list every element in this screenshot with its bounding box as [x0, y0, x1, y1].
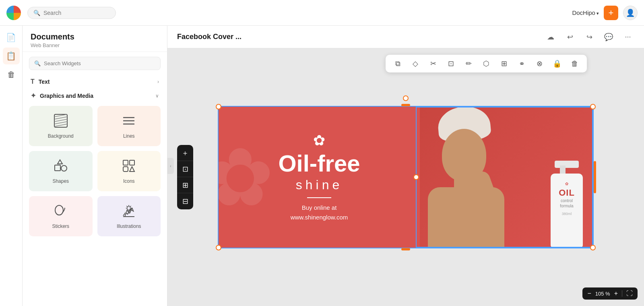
svg-rect-9 [55, 165, 60, 171]
bottle-logo-icon: ✿ [554, 182, 580, 186]
zoom-separator [622, 290, 622, 297]
document-title: Facebook Cover ... [177, 33, 242, 41]
zoom-level-display: 105 % [595, 291, 610, 297]
handle-bottom-left[interactable] [216, 245, 221, 250]
svg-line-2 [54, 117, 67, 119]
tool-link[interactable]: ⚭ [516, 58, 527, 69]
comments-button[interactable]: 💬 [602, 31, 615, 43]
section-text-label-left: T Text [31, 78, 50, 85]
illustrations-widget-label: Illustrations [117, 223, 141, 229]
rail-item-pages[interactable]: 📋 [3, 48, 20, 64]
icons-widget-label: Icons [123, 178, 135, 184]
handle-mid-bottom[interactable] [401, 248, 410, 250]
right-scroll-indicator [594, 161, 596, 193]
panel-title: Documents [31, 32, 159, 41]
stickers-widget-icon [54, 204, 68, 220]
tool-layers[interactable]: ⊗ [534, 58, 545, 69]
header-search-input[interactable] [43, 10, 108, 16]
mini-frame-button[interactable]: ⊡ [177, 161, 193, 177]
app-logo[interactable] [6, 6, 21, 20]
widget-shapes[interactable]: Shapes [29, 151, 93, 191]
canvas-area: ‹ Facebook Cover ... ☁ ↩ ↪ 💬 ··· ⧉ ◇ ✂ ⊡… [167, 26, 644, 306]
svg-point-10 [61, 165, 67, 171]
tool-delete[interactable]: 🗑 [569, 58, 580, 69]
tool-crop[interactable]: ⊡ [445, 58, 456, 69]
handle-rotate[interactable] [403, 95, 409, 101]
background-widget-icon [54, 114, 68, 130]
banner-main-title: Oil-free [278, 151, 360, 176]
widget-search-input[interactable] [44, 60, 155, 66]
bottle-body: ✿ OIL controlformula 380ml [551, 174, 583, 248]
dochipo-dropdown[interactable]: DocHipo [572, 9, 599, 16]
mini-table-button[interactable]: ⊞ [177, 177, 193, 193]
shapes-widget-label: Shapes [52, 178, 69, 184]
canvas-header: Facebook Cover ... ☁ ↩ ↪ 💬 ··· [167, 26, 644, 48]
canvas-actions: ☁ ↩ ↪ 💬 ··· [544, 31, 634, 43]
tool-lock[interactable]: 🔒 [551, 58, 563, 69]
tool-grid[interactable]: ⊞ [498, 58, 510, 69]
svg-rect-12 [123, 160, 128, 165]
banner-subtitle: shine [296, 178, 343, 192]
svg-point-16 [55, 205, 63, 215]
widget-lines[interactable]: Lines [97, 106, 161, 146]
graphics-section-chevron: ∨ [155, 93, 159, 99]
widget-search-container: 🔍 [29, 57, 161, 70]
main-area: 📄 📋 🗑 Documents Web Banner 🔍 T Text › ✦ … [0, 26, 644, 306]
section-graphics-label-left: ✦ Graphics and Media [31, 92, 93, 99]
icons-widget-icon [122, 159, 136, 175]
header-right: DocHipo + 👤 [572, 6, 638, 20]
zoom-in-button[interactable]: + [614, 290, 618, 297]
cloud-save-button[interactable]: ☁ [544, 31, 557, 43]
shapes-widget-icon [54, 159, 68, 175]
redo-button[interactable]: ↪ [583, 31, 596, 43]
lines-widget-icon [122, 114, 136, 130]
mini-qr-button[interactable]: ⊟ [177, 193, 193, 209]
rail-item-trash[interactable]: 🗑 [3, 66, 20, 83]
header-search-container: 🔍 [27, 7, 116, 19]
banner-image[interactable]: ✿ ✿ Oil-free shine Buy online at www.shi… [219, 107, 593, 248]
section-text[interactable]: T Text › [23, 75, 167, 89]
panel-collapse-handle[interactable]: ‹ [167, 158, 174, 174]
more-options-button[interactable]: ··· [621, 31, 634, 43]
banner-watermark: ✿ [219, 130, 274, 224]
tool-diamond[interactable]: ◇ [410, 58, 421, 69]
user-profile-button[interactable]: 👤 [623, 6, 638, 20]
banner-tagline: Buy online at www.shinenglow.com [291, 203, 348, 222]
widget-icons[interactable]: Icons [97, 151, 161, 191]
widget-illustrations[interactable]: Illustrations [97, 196, 161, 236]
handle-mid-top[interactable] [401, 104, 410, 106]
section-graphics[interactable]: ✦ Graphics and Media ∨ [23, 89, 167, 103]
svg-line-5 [54, 124, 67, 126]
product-bottle: ✿ OIL controlformula 380ml [549, 151, 585, 248]
tool-mask[interactable]: ✂ [427, 58, 439, 69]
banner-divider-line [307, 197, 331, 198]
bottle-product-name: OIL [554, 188, 580, 198]
svg-rect-14 [123, 167, 128, 172]
mid-resize-handle[interactable] [413, 174, 419, 180]
undo-button[interactable]: ↩ [564, 31, 576, 43]
panel-header: Documents Web Banner [23, 26, 167, 52]
handle-bottom-right[interactable] [590, 245, 596, 250]
fullscreen-button[interactable]: ⛶ [626, 290, 633, 297]
banner-left: ✿ ✿ Oil-free shine Buy online at www.shi… [219, 107, 420, 248]
tool-speech[interactable]: ⬡ [481, 58, 492, 69]
rail-item-document[interactable]: 📄 [3, 29, 20, 46]
tool-copy[interactable]: ⧉ [392, 58, 403, 69]
mini-add-button[interactable]: ＋ [177, 145, 193, 161]
mini-toolbar: ＋ ⊡ ⊞ ⊟ [177, 145, 193, 209]
widget-background[interactable]: Background [29, 106, 93, 146]
svg-marker-11 [58, 160, 62, 164]
add-new-button[interactable]: + [604, 6, 618, 20]
text-section-icon: T [31, 78, 35, 85]
widget-stickers[interactable]: Stickers [29, 196, 93, 236]
handle-top-right[interactable] [590, 104, 596, 110]
app-header: 🔍 DocHipo + 👤 [0, 0, 644, 26]
handle-top-left[interactable] [216, 104, 221, 110]
zoom-out-button[interactable]: − [587, 290, 591, 297]
svg-rect-13 [130, 160, 134, 165]
svg-marker-15 [130, 167, 134, 172]
pump-head [555, 161, 579, 168]
tool-edit[interactable]: ✏ [463, 58, 474, 69]
svg-point-23 [125, 212, 126, 213]
svg-line-3 [54, 119, 67, 122]
